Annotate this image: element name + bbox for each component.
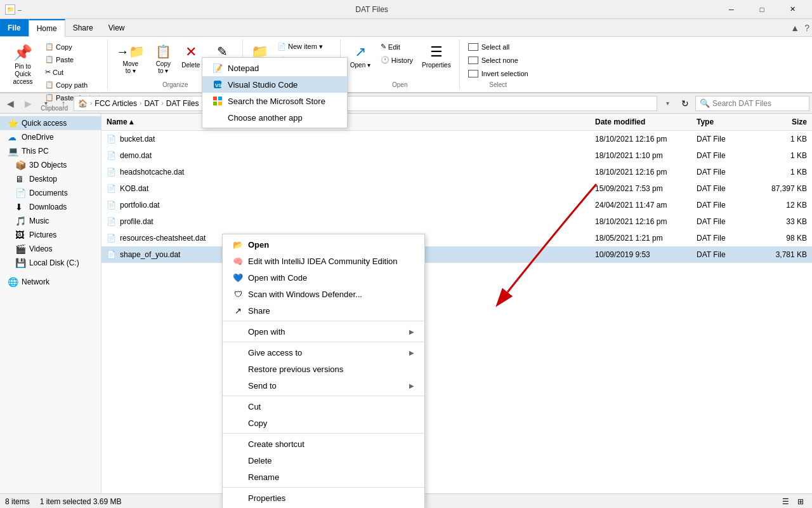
ctx-sendto[interactable]: Send to ▶	[223, 377, 424, 394]
invert-selection-button[interactable]: Invert selection	[464, 67, 533, 80]
back-button[interactable]: ◀	[3, 96, 18, 111]
search-input[interactable]	[712, 99, 805, 108]
close-button[interactable]: ✕	[778, 0, 807, 19]
open-button[interactable]: ↗ Open ▾	[344, 41, 376, 72]
history-icon: 🕐	[381, 56, 390, 64]
ribbon: File Home Share View ▲ ? 📌 Pin to Quicka…	[0, 19, 812, 93]
sidebar-item-network[interactable]: 🌐 Network	[0, 275, 101, 289]
cut-button[interactable]: ✂ Cut	[42, 66, 103, 78]
sidebar-item-desktop[interactable]: 🖥 Desktop	[0, 172, 101, 186]
sidebar-item-documents[interactable]: 📄 Documents	[0, 186, 101, 200]
forward-button[interactable]: ▶	[20, 96, 36, 111]
edit-button[interactable]: ✎ Edit	[377, 41, 416, 53]
ctx-scandefender[interactable]: 🛡 Scan with Windows Defender...	[223, 286, 424, 302]
up-button[interactable]: ↑	[56, 96, 71, 111]
sidebar-item-music[interactable]: 🎵 Music	[0, 214, 101, 228]
sidebar-item-3dobjects[interactable]: 📦 3D Objects	[0, 158, 101, 172]
ctx-share[interactable]: ↗ Share	[223, 302, 424, 319]
title-bar-menu: –	[18, 6, 22, 13]
ctx-defender-icon: 🛡	[233, 289, 243, 299]
ctx-openwith[interactable]: Open with ▶	[223, 323, 424, 340]
onedrive-icon: ☁	[8, 132, 18, 142]
ctx-sep1	[223, 321, 424, 321]
ribbon-help-button[interactable]: ?	[804, 23, 809, 33]
paste-button[interactable]: 📋 Paste	[42, 53, 103, 65]
another-app-icon	[213, 112, 223, 123]
tab-view[interactable]: View	[101, 19, 133, 36]
pin-quick-access-button[interactable]: 📌 Pin to Quickaccess	[5, 41, 41, 89]
file-row[interactable]: 📄 portfolio.dat 24/04/2021 11:47 am DAT …	[102, 197, 812, 213]
properties-button[interactable]: ☰ Properties	[417, 41, 455, 72]
submenu-vscode[interactable]: VS Visual Studio Code	[202, 76, 347, 93]
documents-icon: 📄	[15, 188, 25, 198]
ctx-properties[interactable]: Properties	[223, 490, 424, 506]
file-size: 3,781 KB	[755, 248, 812, 262]
store-search-icon	[213, 96, 223, 106]
file-row[interactable]: 📄 KOB.dat 15/09/2021 7:53 pm DAT File 87…	[102, 180, 812, 197]
submenu-notepad[interactable]: 📝 Notepad	[202, 60, 347, 76]
copy-path-button[interactable]: 📋 Copy path	[42, 79, 103, 91]
svg-rect-2	[213, 97, 217, 100]
submenu-store-search[interactable]: Search the Microsoft Store	[202, 93, 347, 109]
details-view-button[interactable]: ☰	[779, 495, 792, 508]
sidebar-item-quickaccess[interactable]: ⭐ Quick access	[0, 116, 101, 130]
submenu-another-app[interactable]: Choose another app	[202, 109, 347, 126]
file-row[interactable]: 📄 demo.dat 18/10/2021 1:10 pm DAT File 1…	[102, 147, 812, 164]
path-datfiles[interactable]: DAT Files	[166, 99, 199, 108]
file-size: 1 KB	[755, 149, 812, 163]
ctx-createshortcut[interactable]: Create shortcut	[223, 436, 424, 452]
edit-icon: ✎	[381, 43, 386, 51]
tab-share[interactable]: Share	[65, 19, 101, 36]
music-icon: 🎵	[15, 216, 25, 226]
copy-icon: 📋	[45, 43, 54, 51]
file-type: DAT File	[691, 215, 755, 229]
minimize-button[interactable]: ─	[717, 0, 746, 19]
file-row[interactable]: 📄 resources-cheatsheet.dat 18/05/2021 1:…	[102, 230, 812, 246]
ctx-openwithcode[interactable]: 💙 Open with Code	[223, 269, 424, 286]
ctx-open[interactable]: 📂 Open	[223, 236, 424, 253]
sidebar-item-localdisk[interactable]: 💾 Local Disk (C:)	[0, 256, 101, 270]
delete-button[interactable]: ✕ Delete	[177, 41, 204, 72]
ctx-editintellij[interactable]: 🧠 Edit with IntelliJ IDEA Community Edit…	[223, 253, 424, 269]
history-button[interactable]: 🕐 History	[377, 54, 416, 66]
path-fcc[interactable]: FCC Articles	[95, 99, 137, 108]
recent-button[interactable]: ▾	[38, 96, 53, 111]
col-date-header[interactable]: Date modified	[590, 115, 691, 129]
new-item-button[interactable]: 📄 New item ▾	[274, 41, 336, 53]
path-dat[interactable]: DAT	[144, 99, 159, 108]
select-all-button[interactable]: Select all	[464, 41, 533, 53]
large-icons-button[interactable]: ⊞	[794, 495, 807, 508]
sidebar-item-onedrive[interactable]: ☁ OneDrive	[0, 130, 101, 144]
file-row[interactable]: 📄 bucket.dat 18/10/2021 12:16 pm DAT Fil…	[102, 131, 812, 147]
sidebar-item-pictures[interactable]: 🖼 Pictures	[0, 228, 101, 242]
sidebar-item-thispc[interactable]: 💻 This PC	[0, 144, 101, 158]
ctx-rename-label: Rename	[248, 472, 279, 482]
maximize-button[interactable]: □	[747, 0, 776, 19]
move-to-button[interactable]: →📁 Moveto ▾	[112, 41, 149, 77]
ribbon-collapse-button[interactable]: ▲	[790, 23, 799, 33]
select-none-button[interactable]: Select none	[464, 54, 533, 67]
ctx-giveaccess[interactable]: Give access to ▶	[223, 344, 424, 361]
ctx-copy-icon	[233, 418, 243, 428]
sidebar-item-downloads[interactable]: ⬇ Downloads	[0, 200, 101, 214]
copy-button[interactable]: 📋 Copy	[42, 41, 103, 53]
file-row[interactable]: 📄 profile.dat 18/10/2021 12:16 pm DAT Fi…	[102, 213, 812, 230]
file-type: DAT File	[691, 248, 755, 262]
tab-file[interactable]: File	[0, 19, 29, 36]
file-row[interactable]: 📄 shape_of_you.dat 10/09/2019 9:53 DAT F…	[102, 246, 812, 263]
refresh-button[interactable]: ↻	[678, 96, 693, 111]
col-type-header[interactable]: Type	[691, 115, 755, 129]
ctx-rename[interactable]: Rename	[223, 469, 424, 485]
tab-home[interactable]: Home	[29, 19, 65, 37]
col-size-header[interactable]: Size	[755, 115, 812, 129]
file-row[interactable]: 📄 headshotcache.dat 18/10/2021 12:16 pm …	[102, 164, 812, 180]
copy-to-button[interactable]: 📋 Copyto ▾	[150, 41, 176, 77]
ctx-copy[interactable]: Copy	[223, 415, 424, 431]
dropdown-button[interactable]: ▾	[660, 96, 675, 111]
ctx-cut[interactable]: Cut	[223, 398, 424, 415]
sidebar-item-videos[interactable]: 🎬 Videos	[0, 242, 101, 256]
ctx-copy-label: Copy	[248, 418, 267, 428]
ctx-restoreprevious[interactable]: Restore previous versions	[223, 361, 424, 377]
ctx-delete[interactable]: Delete	[223, 452, 424, 469]
address-path[interactable]: 🏠 › FCC Articles › DAT › DAT Files	[74, 96, 657, 111]
